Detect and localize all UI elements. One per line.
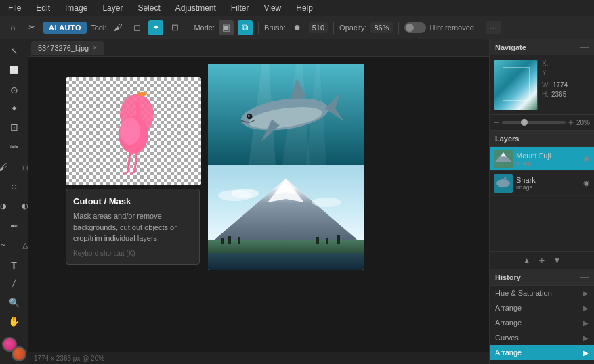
- menu-bar: File Edit Image Layer Select Adjustment …: [0, 0, 594, 16]
- menu-adjustment[interactable]: Adjustment: [173, 2, 219, 14]
- eraser-tool-icon[interactable]: ◻: [129, 20, 144, 35]
- menu-filter[interactable]: Filter: [228, 2, 252, 14]
- navigate-title: Navigate: [495, 43, 526, 51]
- brush-preview[interactable]: ●: [290, 20, 305, 35]
- tool-sharpen[interactable]: △: [15, 236, 29, 255]
- layer-mount-fuji[interactable]: Mount Fuji image ◉: [490, 147, 594, 171]
- mode-label: Mode:: [194, 24, 215, 32]
- menu-view[interactable]: View: [261, 2, 284, 14]
- canvas-content[interactable]: Cutout / Mask Mask areas and/or remove b…: [28, 57, 489, 364]
- layer-mount-fuji-visibility[interactable]: ◉: [583, 154, 590, 163]
- svg-rect-18: [238, 237, 240, 244]
- tab-close-button[interactable]: ×: [93, 44, 97, 51]
- color-swatches[interactable]: [2, 337, 26, 361]
- history-arrange-2-icon: ▶: [583, 319, 589, 327]
- history-arrange-1[interactable]: Arrange ▶: [490, 300, 594, 315]
- menu-select[interactable]: Select: [135, 2, 163, 14]
- svg-rect-17: [228, 236, 231, 244]
- layer-move-down-button[interactable]: ▼: [553, 256, 561, 265]
- layer-add-button[interactable]: +: [539, 254, 545, 266]
- history-arrange-2[interactable]: Arrange ▶: [490, 315, 594, 330]
- layers-title: Layers: [495, 135, 519, 143]
- document-tab[interactable]: 53473276_l.jpg ×: [31, 41, 104, 55]
- brush-size-value: 510: [309, 22, 328, 33]
- ai-auto-button[interactable]: AI AUTO: [43, 22, 87, 34]
- navigate-minimize[interactable]: —: [580, 43, 589, 52]
- more-options-button[interactable]: ···: [486, 21, 501, 34]
- layer-shark-visibility[interactable]: ◉: [583, 179, 590, 187]
- status-bar: 1774 x 2365 px @ 20%: [28, 352, 489, 364]
- brush-tool-icon[interactable]: 🖌: [110, 20, 125, 35]
- tool-dodge[interactable]: ◑: [0, 197, 14, 216]
- tool-heal[interactable]: ≈≈: [4, 137, 24, 156]
- tool-smudge[interactable]: ~: [0, 236, 14, 255]
- layers-content: Mount Fuji image ◉ Shark: [490, 147, 594, 251]
- mode-icon1[interactable]: ▣: [219, 20, 234, 35]
- layers-minimize[interactable]: —: [580, 134, 589, 143]
- menu-layer[interactable]: Layer: [100, 2, 125, 14]
- layer-shark-thumb: [494, 174, 513, 193]
- tool-burn[interactable]: ◐: [15, 197, 29, 216]
- layer-mount-fuji-info: Mount Fuji image: [516, 152, 580, 166]
- layer-shark[interactable]: Shark image ◉: [490, 171, 594, 196]
- cut-icon[interactable]: ✂: [24, 20, 39, 35]
- main-canvas-images: [208, 64, 364, 270]
- opacity-label: Opacity:: [339, 24, 366, 32]
- tool-text[interactable]: T: [4, 256, 24, 274]
- tool-move[interactable]: ↖: [4, 42, 24, 60]
- history-curves[interactable]: Curves ▶: [490, 330, 594, 345]
- svg-point-27: [496, 179, 510, 187]
- history-minimize[interactable]: —: [580, 273, 589, 282]
- layer-mount-fuji-name: Mount Fuji: [516, 152, 580, 160]
- svg-line-6: [123, 172, 128, 174]
- mode-icon2[interactable]: ⧉: [238, 20, 253, 35]
- layers-section: Layers — Mount Fuji image: [490, 131, 594, 269]
- tool-brush[interactable]: 🖌: [0, 158, 14, 177]
- tool-label: Tool:: [91, 24, 106, 32]
- crop-tool-icon[interactable]: ⊡: [167, 20, 182, 35]
- svg-line-5: [135, 152, 137, 172]
- toolbar: ⌂ ✂ AI AUTO Tool: 🖌 ◻ ✦ ⊡ Mode: ▣ ⧉ Brus…: [0, 16, 594, 39]
- history-hue-saturation[interactable]: Hue & Saturation ▶: [490, 286, 594, 300]
- tool-crop[interactable]: ⊡: [4, 118, 24, 136]
- home-icon[interactable]: ⌂: [5, 20, 20, 35]
- background-color[interactable]: [12, 346, 26, 361]
- tool-hand[interactable]: ✋: [4, 313, 24, 330]
- history-arrange-3[interactable]: Arrange ▶: [490, 345, 594, 360]
- menu-help[interactable]: Help: [293, 2, 316, 14]
- history-curves-icon: ▶: [583, 334, 589, 342]
- tooltip-shortcut: Keybord shortcut (K): [73, 250, 192, 257]
- opacity-value[interactable]: 86%: [370, 22, 392, 33]
- divider4: [398, 22, 399, 34]
- tool-pen[interactable]: ✒: [4, 217, 24, 235]
- tool-lasso[interactable]: ⊙: [4, 81, 24, 99]
- cutout-mask-tooltip: Cutout / Mask Mask areas and/or remove b…: [66, 189, 200, 265]
- layer-move-up-button[interactable]: ▲: [523, 256, 531, 265]
- history-section: History — Hue & Saturation ▶ Arrange ▶ A…: [490, 269, 594, 364]
- small-preview: Cutout / Mask Mask areas and/or remove b…: [66, 77, 201, 240]
- zoom-slider[interactable]: [502, 121, 566, 124]
- menu-edit[interactable]: Edit: [33, 2, 53, 14]
- history-hue-icon: ▶: [583, 290, 589, 297]
- history-arrange-1-icon: ▶: [583, 304, 589, 312]
- tool-magic-wand[interactable]: ✦: [4, 100, 24, 118]
- hint-toggle[interactable]: [404, 22, 426, 33]
- tool-marquee[interactable]: ⬜: [4, 61, 24, 80]
- svg-rect-20: [326, 238, 328, 244]
- tool-zoom[interactable]: 🔍: [4, 294, 24, 311]
- mask-tool-icon[interactable]: ✦: [148, 20, 163, 35]
- preview-image: [66, 77, 201, 185]
- svg-rect-16: [221, 238, 224, 244]
- zoom-thumb: [521, 119, 528, 126]
- menu-image[interactable]: Image: [62, 2, 90, 14]
- history-arrange-3-icon: ▶: [583, 349, 589, 357]
- zoom-out-button[interactable]: −: [494, 118, 499, 127]
- shark-image: [208, 64, 364, 165]
- tool-clone[interactable]: ⊕: [4, 178, 24, 196]
- tool-eraser[interactable]: ◻: [15, 158, 29, 177]
- menu-file[interactable]: File: [5, 2, 24, 14]
- zoom-in-button[interactable]: +: [568, 118, 574, 127]
- tooltip-title: Cutout / Mask: [73, 196, 192, 206]
- svg-rect-19: [316, 237, 319, 244]
- tool-shape[interactable]: ╱: [4, 275, 24, 293]
